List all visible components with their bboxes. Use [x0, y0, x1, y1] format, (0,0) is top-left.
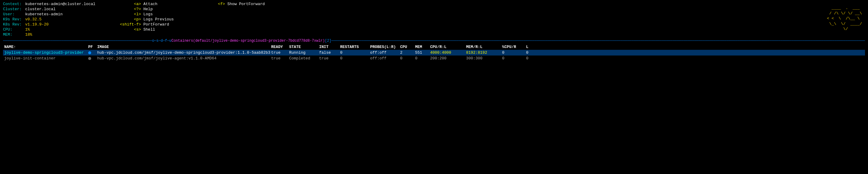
context-label: Context:: [3, 2, 24, 6]
th-pcpurl: %CPU/R: [502, 45, 526, 49]
th-memrl: MEM/R:L: [466, 45, 502, 49]
table-header: NAME↑ PF IMAGE READY STATE INIT RESTARTS…: [3, 44, 865, 50]
shortcuts-col1: <a> Attach <?> Help <l> Logs <p> Logs Pr…: [117, 2, 177, 37]
k8s-rev-label: K8s Rev:: [3, 22, 24, 27]
context-row: Context: kubernetes-admin@cluster.local: [3, 2, 99, 6]
cell-image-1: hub-vpc.jdcloud.com/jmsf/joylive-demo-sp…: [97, 50, 271, 55]
cell-cpurl-2: 200:200: [430, 56, 466, 61]
k9s-rev-value: v0.32.5: [25, 17, 42, 22]
separator-count: [2]: [325, 39, 332, 43]
cell-restarts-1: 0: [340, 50, 370, 55]
shortcut-key-portforward: <shift-f>: [117, 22, 141, 27]
cell-image-2: hub-vpc.jdcloud.com/jmsf/joylive-agent:v…: [97, 56, 271, 61]
shortcut-key-show-pf: <f>: [201, 2, 225, 6]
th-mem: MEM: [415, 45, 430, 49]
th-restarts: RESTARTS: [340, 45, 370, 49]
left-info: Context: kubernetes-admin@cluster.local …: [3, 2, 99, 37]
k8srev-row: K8s Rev: v1.19.9-20: [3, 22, 99, 27]
table-row[interactable]: joylive-demo-springcloud3-provider hub-v…: [3, 50, 865, 56]
cell-pf-2: [88, 56, 97, 61]
main-container: Context: kubernetes-admin@cluster.local …: [0, 0, 868, 174]
cell-init-2: true: [319, 56, 340, 61]
cell-cpu-1: 2: [400, 50, 415, 55]
cluster-value: cluster.local: [25, 7, 56, 11]
dot-blue-icon: [88, 51, 91, 54]
mem-value: 18%: [25, 32, 32, 37]
cell-cpurl-1: 4000:4000: [430, 50, 466, 55]
cell-mem-1: 551: [415, 50, 430, 55]
cell-memrl-1: 8192:8192: [466, 50, 502, 55]
th-probes: PROBES(L:R): [370, 45, 400, 49]
shortcut-key-help: <?>: [117, 7, 141, 11]
shortcut-desc-logs: Logs: [143, 12, 153, 17]
shortcuts-col2: <f> Show PortForward: [201, 2, 285, 37]
user-label: User:: [3, 12, 24, 17]
th-l: L: [526, 45, 535, 49]
shortcut-desc-shell: Shell: [143, 27, 155, 32]
dot-gray-icon: [88, 57, 91, 60]
cell-l-1: 0: [526, 50, 535, 55]
shortcut-help: <?> Help: [117, 7, 177, 11]
shortcut-logs-prev: <p> Logs Previous: [117, 17, 177, 22]
cell-cpu-2: 0: [400, 56, 415, 61]
shortcut-desc-help: Help: [143, 7, 153, 11]
table-row[interactable]: joylive-init-container hub-vpc.jdcloud.c…: [3, 56, 865, 61]
cell-pcpurl-1: 0: [502, 50, 526, 55]
shortcut-key-attach: <a>: [117, 2, 141, 6]
separator-dashes-left: ────────────────────────────────────────…: [3, 39, 172, 43]
cell-init-1: false: [319, 50, 340, 55]
th-image: IMAGE: [97, 45, 271, 49]
cell-mem-2: 0: [415, 56, 430, 61]
th-cpurl: CPU/R:L: [430, 45, 466, 49]
user-row: User: kubernetes-admin: [3, 12, 99, 17]
context-value: kubernetes-admin@cluster.local: [25, 2, 95, 6]
th-init: INIT: [319, 45, 340, 49]
shortcut-key-logs-prev: <p>: [117, 17, 141, 22]
mem-label: MEM:: [3, 32, 24, 37]
cpu-label: CPU:: [3, 27, 24, 32]
cell-restarts-2: 0: [340, 56, 370, 61]
cell-probes-1: off:off: [370, 50, 400, 55]
shortcut-desc-attach: Attach: [143, 2, 157, 6]
shortcut-key-shell: <s>: [117, 27, 141, 32]
cell-pf-1: [88, 50, 97, 55]
cell-name-1: joylive-demo-springcloud3-provider: [4, 50, 88, 55]
cpu-value: 1%: [25, 27, 30, 32]
k8s-rev-value: v1.19.9-20: [25, 22, 49, 27]
separator-breadcrumb: Containers(default/joylive-demo-springcl…: [172, 39, 325, 43]
top-section: Context: kubernetes-admin@cluster.local …: [3, 2, 865, 37]
shortcut-desc-portforward: PortForward: [143, 22, 169, 27]
shortcut-logs: <l> Logs: [117, 12, 177, 17]
k9s-rev-label: K9s Rev:: [3, 17, 24, 22]
shortcut-shell: <s> Shell: [117, 27, 177, 32]
cell-state-2: Completed: [289, 56, 319, 61]
cell-ready-1: true: [271, 50, 289, 55]
user-value: kubernetes-admin: [25, 12, 63, 17]
shortcut-desc-logs-prev: Logs Previous: [143, 17, 174, 22]
shortcut-attach: <a> Attach: [117, 2, 177, 6]
shortcut-portforward: <shift-f> PortForward: [117, 22, 177, 27]
cell-pcpurl-2: 0: [502, 56, 526, 61]
separator-line: ────────────────────────────────────────…: [3, 39, 865, 43]
shortcut-desc-show-pf: Show PortForward: [227, 2, 265, 6]
cluster-row: Cluster: cluster.local: [3, 7, 99, 11]
th-pf: PF: [88, 45, 97, 49]
separator-dashes-right: ────────────────────────────────────────…: [332, 39, 865, 43]
shortcut-key-logs: <l>: [117, 12, 141, 17]
cluster-label: Cluster:: [3, 7, 24, 11]
th-ready: READY: [271, 45, 289, 49]
containers-table: NAME↑ PF IMAGE READY STATE INIT RESTARTS…: [3, 44, 865, 172]
cell-l-2: 0: [526, 56, 535, 61]
k9srev-row: K9s Rev: v0.32.5: [3, 17, 99, 22]
cell-ready-2: true: [271, 56, 289, 61]
cell-state-1: Running: [289, 50, 319, 55]
th-state: STATE: [289, 45, 319, 49]
k9s-logo: ____ . ___ / /\ \/ \/ __\ < < \ /\__ \ \…: [822, 0, 862, 42]
cell-memrl-2: 300:300: [466, 56, 502, 61]
cell-name-2: joylive-init-container: [4, 56, 88, 61]
th-cpu: CPU: [400, 45, 415, 49]
cell-probes-2: off:off: [370, 56, 400, 61]
mem-row: MEM: 18%: [3, 32, 99, 37]
cpu-row: CPU: 1%: [3, 27, 99, 32]
th-name: NAME↑: [4, 45, 88, 49]
